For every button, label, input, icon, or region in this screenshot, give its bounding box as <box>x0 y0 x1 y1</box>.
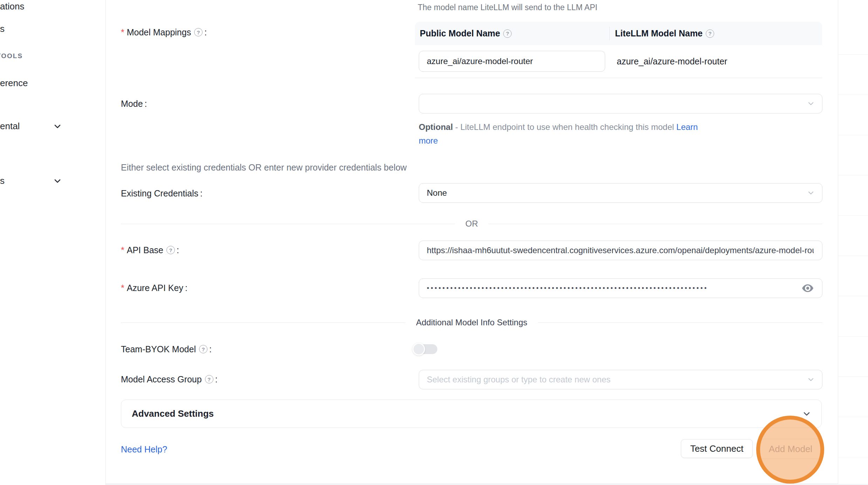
model-mappings-table: Public Model Name ? LiteLLM Model Name ?… <box>415 22 822 78</box>
background-row-divider <box>838 135 868 135</box>
required-asterisk: * <box>121 27 124 37</box>
chevron-down-icon <box>802 409 812 419</box>
sidebar-item-label: s <box>0 175 5 186</box>
annotation-circle <box>756 416 824 484</box>
background-row-divider <box>838 336 868 337</box>
mode-label: Mode : <box>121 98 147 110</box>
sidebar-item-label: s <box>0 23 5 34</box>
background-row-divider <box>838 256 868 256</box>
or-divider: OR <box>121 219 822 229</box>
chevron-down-icon <box>807 375 815 384</box>
background-row-divider <box>838 95 868 95</box>
model-access-group-label: Model Access Group ? : <box>121 373 218 385</box>
chevron-down-icon <box>53 176 62 186</box>
learn-more-link[interactable]: Learn <box>676 122 698 132</box>
eye-icon[interactable] <box>802 284 814 293</box>
help-icon[interactable]: ? <box>166 246 175 254</box>
column-divider <box>609 27 610 40</box>
litellm-model-name-value: azure_ai/azure-model-router <box>617 55 727 67</box>
team-byok-toggle[interactable] <box>416 344 437 354</box>
additional-settings-divider: Additional Model Info Settings <box>121 317 822 328</box>
need-help-link[interactable]: Need Help? <box>121 443 167 455</box>
chevron-down-icon <box>53 122 62 131</box>
card-right-edge <box>838 0 838 484</box>
model-name-hint: The model name LiteLLM will send to the … <box>418 3 597 12</box>
advanced-settings-title: Advanced Settings <box>132 408 214 419</box>
existing-credentials-value: None <box>427 188 447 198</box>
api-base-label: * API Base ? : <box>121 244 179 256</box>
sidebar-item-inference[interactable]: erence <box>0 77 28 89</box>
background-row-divider <box>838 175 868 175</box>
sidebar-item-organizations[interactable]: ations <box>0 0 24 12</box>
help-icon[interactable]: ? <box>199 345 207 353</box>
toggle-knob <box>412 343 425 355</box>
table-header: Public Model Name ? LiteLLM Model Name ? <box>415 22 822 45</box>
help-icon[interactable]: ? <box>205 375 213 383</box>
help-icon[interactable]: ? <box>503 29 512 38</box>
required-asterisk: * <box>121 283 124 293</box>
chevron-down-icon <box>807 99 815 108</box>
existing-credentials-label: Existing Credentials : <box>121 187 203 199</box>
public-model-name-input[interactable] <box>419 51 605 72</box>
credentials-note: Either select existing credentials OR en… <box>121 161 407 173</box>
mode-help-text-line2: more <box>419 136 438 146</box>
test-connect-button[interactable]: Test Connect <box>681 439 753 458</box>
column-header-public-model-name: Public Model Name ? <box>415 28 609 39</box>
masked-key-value: ••••••••••••••••••••••••••••••••••••••••… <box>427 278 708 298</box>
sidebar-item[interactable]: s <box>0 175 5 187</box>
sidebar-section-tools: TOOLS <box>0 51 23 61</box>
help-icon[interactable]: ? <box>194 28 203 36</box>
sidebar-item-experimental[interactable]: ental <box>0 120 20 132</box>
sidebar-item-label: erence <box>0 78 28 89</box>
azure-api-key-label: * Azure API Key : <box>121 282 187 294</box>
background-row-divider <box>838 457 868 457</box>
help-icon[interactable]: ? <box>706 29 714 38</box>
azure-api-key-input[interactable]: ••••••••••••••••••••••••••••••••••••••••… <box>419 278 822 298</box>
background-row-divider <box>838 54 868 55</box>
background-row-divider <box>838 215 868 216</box>
api-base-input[interactable] <box>419 241 822 260</box>
model-mappings-label: * Model Mappings ? : <box>121 26 207 38</box>
background-row-divider <box>838 296 868 296</box>
background-row-divider <box>838 417 868 417</box>
team-byok-label: Team-BYOK Model ? : <box>121 343 212 355</box>
advanced-settings-panel[interactable]: Advanced Settings <box>121 400 822 428</box>
mode-help-text: Optional - LiteLLM endpoint to use when … <box>419 122 698 133</box>
background-row-divider <box>838 376 868 377</box>
sidebar: ations s TOOLS erence ental s <box>0 0 106 485</box>
sidebar-item-label: ations <box>0 1 24 12</box>
sidebar-section-label: TOOLS <box>0 52 23 60</box>
sidebar-item-label: ental <box>0 121 20 132</box>
chevron-down-icon <box>807 189 815 197</box>
mode-select[interactable] <box>419 94 822 113</box>
existing-credentials-select[interactable]: None <box>419 183 822 203</box>
required-asterisk: * <box>121 245 124 255</box>
add-model-page: ations s TOOLS erence ental s <box>0 0 868 485</box>
learn-more-link[interactable]: more <box>419 136 438 145</box>
model-access-group-select[interactable]: Select existing groups or type to create… <box>419 370 822 389</box>
sidebar-item[interactable]: s <box>0 23 5 35</box>
column-header-litellm-model-name: LiteLLM Model Name ? <box>609 28 714 39</box>
model-access-group-placeholder: Select existing groups or type to create… <box>427 375 610 384</box>
